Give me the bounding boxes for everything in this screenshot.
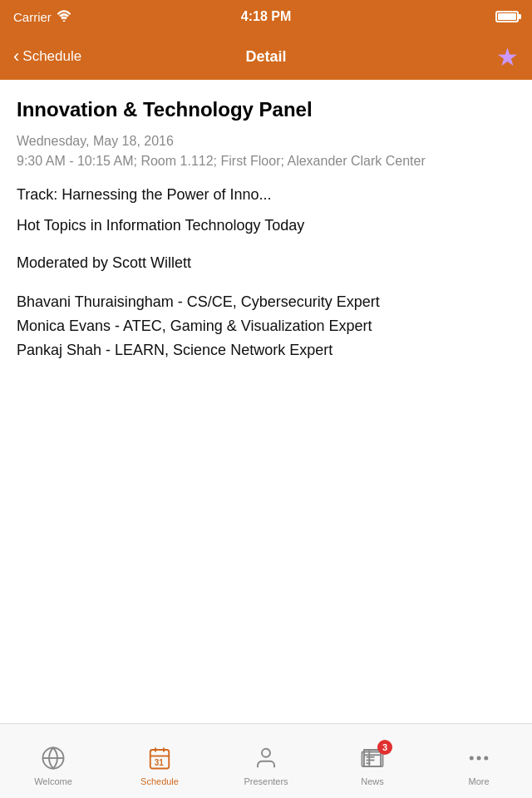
back-button[interactable]: ‹ Schedule (13, 47, 81, 66)
back-label: Schedule (22, 48, 81, 65)
tab-bar: Welcome 31 Schedule Presenters (0, 723, 532, 798)
event-moderator: Moderated by Scott Willett (17, 253, 515, 273)
panelist-1: Bhavani Thuraisingham - CS/CE, Cybersecu… (17, 293, 380, 310)
news-badge: 3 (377, 740, 392, 755)
tab-more-icon-wrap (464, 743, 494, 773)
svg-rect-9 (362, 751, 383, 766)
tab-more-label: More (468, 776, 489, 786)
event-title: Innovation & Technology Panel (17, 96, 515, 122)
status-bar: Carrier 4:18 PM (0, 0, 532, 33)
event-location: 9:30 AM - 10:15 AM; Room 1.112; First Fl… (17, 152, 515, 170)
wifi-icon (57, 10, 71, 24)
panelist-2: Monica Evans - ATEC, Gaming & Visualizat… (17, 318, 372, 334)
tab-welcome[interactable]: Welcome (0, 736, 106, 786)
status-bar-left: Carrier (13, 10, 71, 24)
event-date: Wednesday, May 18, 2016 (17, 134, 515, 149)
back-chevron-icon: ‹ (13, 47, 19, 66)
tab-presenters-icon-wrap (251, 743, 281, 773)
tab-schedule-icon-wrap: 31 (145, 743, 175, 773)
carrier-label: Carrier (13, 10, 52, 24)
navigation-bar: ‹ Schedule Detail ★ (0, 33, 532, 80)
tab-news-label: News (361, 776, 384, 786)
battery-icon (495, 11, 519, 22)
tab-welcome-icon-wrap (38, 743, 68, 773)
panelist-3: Pankaj Shah - LEARN, Science Network Exp… (17, 342, 332, 358)
svg-point-13 (470, 756, 474, 760)
svg-point-14 (477, 756, 481, 760)
tab-news[interactable]: 3 News (319, 736, 426, 786)
svg-point-0 (62, 20, 65, 22)
svg-text:31: 31 (155, 757, 165, 766)
event-panelists: Bhavani Thuraisingham - CS/CE, Cybersecu… (17, 290, 515, 362)
tab-more[interactable]: More (426, 736, 532, 786)
favorite-star-button[interactable]: ★ (496, 42, 519, 71)
tab-welcome-label: Welcome (34, 776, 72, 786)
tab-presenters[interactable]: Presenters (213, 736, 319, 786)
status-bar-right (495, 11, 519, 22)
event-topic: Hot Topics in Information Technology Tod… (17, 215, 515, 236)
tab-schedule-label: Schedule (140, 776, 179, 786)
content-area: Innovation & Technology Panel Wednesday,… (0, 80, 532, 723)
tab-schedule[interactable]: 31 Schedule (106, 736, 213, 786)
nav-title: Detail (245, 48, 286, 66)
svg-point-8 (262, 748, 270, 756)
status-bar-time: 4:18 PM (241, 9, 291, 24)
svg-point-15 (484, 756, 488, 760)
tab-presenters-label: Presenters (244, 776, 288, 786)
tab-news-icon-wrap: 3 (357, 743, 387, 773)
event-track: Track: Harnessing the Power of Inno... (17, 185, 515, 205)
